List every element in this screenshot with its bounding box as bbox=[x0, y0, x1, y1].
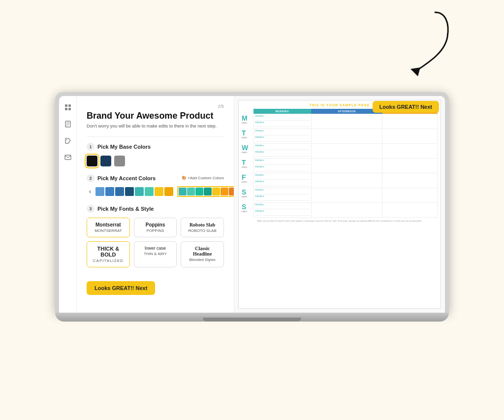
selected-swatch-7[interactable] bbox=[229, 188, 234, 195]
thursday-morning: FOCUS 1: FOCUS 2: bbox=[253, 158, 311, 173]
base-swatch-black[interactable] bbox=[87, 156, 97, 166]
style-card-classic[interactable]: Classic Headline Blended Styles bbox=[181, 241, 224, 267]
font-card-poppins[interactable]: Poppins POPPINS bbox=[134, 218, 177, 237]
font-card-roboto-slab[interactable]: Roboto Slab ROBOTO SLAB bbox=[181, 218, 224, 237]
saturday-morning: FOCUS 1: FOCUS 2: bbox=[253, 188, 311, 202]
day-letter-t1: T bbox=[242, 129, 253, 136]
table-row-wednesday: W DATE: FOCUS 1: FOCUS 2: bbox=[242, 143, 438, 158]
accent-swatch-4[interactable] bbox=[125, 187, 134, 196]
wednesday-morning: FOCUS 1: FOCUS 2: bbox=[253, 143, 311, 158]
accent-swatch-5[interactable] bbox=[135, 187, 144, 196]
accent-swatch-7[interactable] bbox=[155, 187, 163, 196]
section2-title-row: 2 Pick My Accent Colors bbox=[87, 174, 156, 182]
table-row-thursday: T DATE: FOCUS 1: FOCUS 2: bbox=[242, 158, 438, 173]
day-cell-f: F DATE: bbox=[242, 173, 253, 188]
sidebar-icon-file[interactable] bbox=[63, 119, 73, 129]
section1-header: 1 Pick My Base Colors bbox=[87, 143, 224, 151]
style-card-lower[interactable]: lower case THIN & AIRY bbox=[134, 241, 177, 267]
monday-morning: FOCUS 1: FOCUS 2: bbox=[253, 114, 311, 129]
friday-evening bbox=[382, 173, 438, 188]
page-indicator: 2/5 bbox=[87, 104, 224, 109]
svg-point-9 bbox=[66, 139, 67, 140]
section3-number: 3 bbox=[87, 205, 94, 213]
laptop-screen-outer: 2/5 Brand Your Awesome Product Don't wor… bbox=[55, 92, 449, 313]
preview-th-afternoon: AFTERNOON bbox=[311, 109, 382, 114]
accent-palette-row: ‹ bbox=[87, 186, 224, 197]
font-sample-roboto-slab: ROBOTO SLAB bbox=[185, 228, 220, 233]
style-sample-classic: Blended Styles bbox=[185, 258, 220, 262]
scene: 2/5 Brand Your Awesome Product Don't wor… bbox=[40, 33, 464, 388]
font-sample-montserrat: MONTSERRAT bbox=[91, 228, 126, 233]
table-row-monday: M DATE: FOCUS 1: FOCUS 2: bbox=[242, 114, 438, 129]
section2: 2 Pick My Accent Colors 🎨 +Add Custom Co… bbox=[87, 174, 224, 197]
accent-swatch-8[interactable] bbox=[164, 187, 173, 196]
selected-swatch-6[interactable] bbox=[220, 188, 228, 195]
app-ui: 2/5 Brand Your Awesome Product Don't wor… bbox=[59, 96, 445, 313]
accent-swatch-6[interactable] bbox=[145, 187, 154, 196]
accent-swatch-1[interactable] bbox=[95, 187, 104, 196]
day-cell-t2: T DATE: bbox=[242, 158, 253, 173]
style-name-lower: lower case bbox=[138, 246, 173, 251]
font-card-montserrat[interactable]: Montserrat MONTSERRAT bbox=[87, 218, 130, 237]
sidebar-icon-grid[interactable] bbox=[63, 102, 73, 113]
bottom-next-button[interactable]: Looks GREAT!! Next bbox=[87, 281, 155, 295]
section2-title: Pick My Accent Colors bbox=[97, 175, 156, 181]
table-row-friday: F DATE: FOCUS 1: FOCUS 2: bbox=[242, 173, 438, 188]
friday-afternoon bbox=[311, 173, 382, 188]
main-content: 2/5 Brand Your Awesome Product Don't wor… bbox=[77, 96, 445, 313]
day-letter-m: M bbox=[242, 115, 253, 122]
table-row-sunday: S DATE: FOCUS 1: FOCUS 2: bbox=[242, 202, 438, 217]
tuesday-afternoon bbox=[311, 129, 382, 143]
section1-title: Pick My Base Colors bbox=[97, 144, 151, 150]
section3-title: Pick My Fonts & Style bbox=[97, 206, 154, 212]
thursday-afternoon bbox=[311, 158, 382, 173]
base-swatch-navy[interactable] bbox=[100, 156, 111, 166]
style-name-thick: THICK & BOLD bbox=[91, 246, 126, 258]
monday-evening bbox=[382, 114, 438, 129]
font-name-montserrat: Montserrat bbox=[91, 222, 126, 227]
day-label-w: DATE: bbox=[242, 151, 253, 154]
day-letter-s2: S bbox=[242, 203, 253, 210]
sidebar-icon-tag[interactable] bbox=[63, 135, 73, 146]
tuesday-morning: FOCUS 1: FOCUS 2: bbox=[253, 129, 311, 143]
sidebar bbox=[59, 96, 77, 313]
section3-header: 3 Pick My Fonts & Style bbox=[87, 205, 224, 213]
day-label-s2: DATE: bbox=[242, 210, 253, 213]
thursday-evening bbox=[382, 158, 438, 173]
day-label-t1: DATE: bbox=[242, 136, 253, 139]
selected-swatch-1[interactable] bbox=[179, 188, 187, 195]
accent-swatch-2[interactable] bbox=[105, 187, 114, 196]
base-swatch-gray[interactable] bbox=[114, 156, 125, 166]
style-sample-thick: CAPITALIZED bbox=[91, 258, 126, 263]
day-letter-f: F bbox=[242, 174, 253, 181]
add-custom-colors[interactable]: 🎨 +Add Custom Colors bbox=[182, 176, 224, 180]
font-sample-poppins: POPPINS bbox=[138, 228, 173, 233]
day-letter-t2: T bbox=[242, 159, 253, 166]
annotation-arrow bbox=[396, 7, 455, 83]
selected-swatch-4[interactable] bbox=[204, 188, 212, 195]
monday-afternoon bbox=[311, 114, 382, 129]
accent-swatch-3[interactable] bbox=[115, 187, 124, 196]
section2-number: 2 bbox=[87, 174, 94, 182]
svg-rect-2 bbox=[68, 104, 71, 107]
selected-swatch-5[interactable] bbox=[212, 188, 220, 195]
palette-prev-arrow[interactable]: ‹ bbox=[87, 188, 94, 195]
svg-rect-1 bbox=[65, 104, 67, 107]
saturday-afternoon bbox=[311, 188, 382, 202]
day-label-f: DATE: bbox=[242, 181, 253, 183]
saturday-evening bbox=[382, 188, 438, 202]
sidebar-icon-mail[interactable] bbox=[63, 152, 73, 163]
day-letter-s1: S bbox=[242, 189, 253, 195]
preview-title-static: THIS IS YOUR SAMPLE PAGE bbox=[310, 103, 370, 107]
selected-swatch-3[interactable] bbox=[195, 188, 203, 195]
day-cell-m: M DATE: bbox=[242, 114, 253, 129]
preview-footer: Make sure you like the way the colors wo… bbox=[242, 220, 438, 223]
day-cell-s1: S DATE: bbox=[242, 188, 253, 202]
left-panel: 2/5 Brand Your Awesome Product Don't wor… bbox=[77, 96, 234, 313]
selected-swatch-2[interactable] bbox=[187, 188, 195, 195]
style-card-thick[interactable]: THICK & BOLD CAPITALIZED bbox=[87, 241, 130, 267]
laptop-screen-inner: 2/5 Brand Your Awesome Product Don't wor… bbox=[59, 96, 445, 313]
top-next-button[interactable]: Looks GREAT!! Next bbox=[373, 101, 439, 113]
divider-1 bbox=[87, 136, 224, 137]
right-panel: Looks GREAT!! Next THIS IS YOUR SAMPLE P… bbox=[234, 96, 445, 313]
